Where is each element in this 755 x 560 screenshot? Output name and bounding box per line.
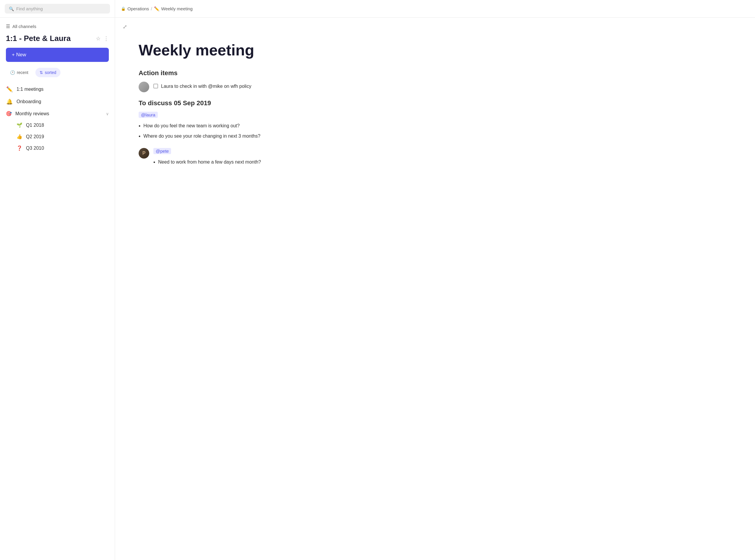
sidebar-nav: ✏️ 1:1 meetings 🔔 Onboarding 🎯 Monthly r… xyxy=(0,83,115,160)
pete-bullet-list: • Need to work from home a few days next… xyxy=(153,158,357,167)
search-placeholder: Find anything xyxy=(16,6,43,11)
all-channels[interactable]: ☰ All channels xyxy=(0,24,115,34)
laura-subsection: @laura • How do you feel the new team is… xyxy=(139,112,357,141)
star-icon[interactable]: ☆ xyxy=(96,35,101,42)
filter-sorted-label: sorted xyxy=(45,70,56,75)
laura-mention[interactable]: @laura xyxy=(139,112,158,118)
nav-item-monthly-reviews-label: Monthly reviews xyxy=(15,111,49,116)
nav-item-11-meetings[interactable]: ✏️ 1:1 meetings xyxy=(0,83,115,96)
bullet-dot-2: • xyxy=(139,132,140,141)
action-items-section: Action items Laura to check in with @mik… xyxy=(139,69,357,92)
pete-bullet-1-text: Need to work from home a few days next m… xyxy=(158,158,261,166)
sidebar: ☰ All channels 1:1 - Pete & Laura ☆ ⋮ + … xyxy=(0,18,115,560)
breadcrumb-separator: / xyxy=(151,6,152,11)
filter-sorted-button[interactable]: ⇅ sorted xyxy=(35,68,60,77)
user-avatar-laura xyxy=(139,82,149,92)
search-box[interactable]: 🔍 Find anything xyxy=(5,4,110,14)
question-emoji: ❓ xyxy=(17,145,22,151)
laura-bullet-1: • How do you feel the new team is workin… xyxy=(139,122,357,131)
channel-title-icons: ☆ ⋮ xyxy=(96,35,109,42)
channel-title: 1:1 - Pete & Laura xyxy=(6,34,71,43)
nav-sub-item-q2-2019[interactable]: 👍 Q2 2019 xyxy=(0,131,115,142)
clock-icon: 🕐 xyxy=(10,70,15,75)
nav-sub-item-q1-2018[interactable]: 🌱 Q1 2018 xyxy=(0,119,115,131)
bullet-dot-1: • xyxy=(139,122,140,131)
discuss-section: To discuss 05 Sep 2019 @laura • How do y… xyxy=(139,99,357,168)
thumbsup-emoji: 👍 xyxy=(17,134,22,139)
seedling-emoji: 🌱 xyxy=(17,122,22,128)
breadcrumb: 🔒 Operations / ✏️ Weekly meeting xyxy=(115,6,198,12)
laura-bullet-1-text: How do you feel the new team is working … xyxy=(143,122,239,130)
pencil-emoji: ✏️ xyxy=(6,86,13,93)
bullet-dot-pete-1: • xyxy=(153,158,155,167)
avatar-pete: P xyxy=(139,148,149,159)
nav-sub-item-q3-2010-label: Q3 2010 xyxy=(26,146,44,151)
breadcrumb-doc[interactable]: Weekly meeting xyxy=(161,6,193,11)
nav-sub-item-q2-2019-label: Q2 2019 xyxy=(26,134,44,139)
checkbox-text: Laura to check in with @mike on wfh poli… xyxy=(153,83,251,90)
content-toolbar: ⤢ xyxy=(115,18,755,36)
checkbox[interactable] xyxy=(153,84,158,88)
filter-recent-button[interactable]: 🕐 recent xyxy=(6,68,33,77)
more-icon[interactable]: ⋮ xyxy=(103,35,109,42)
action-item-text: Laura to check in with @mike on wfh poli… xyxy=(161,83,251,90)
expand-icon[interactable]: ⤢ xyxy=(121,22,129,32)
new-button[interactable]: + New xyxy=(6,48,109,62)
action-items-heading: Action items xyxy=(139,69,357,77)
lock-icon: 🔒 xyxy=(121,6,125,11)
search-icon: 🔍 xyxy=(9,6,14,11)
nav-item-onboarding[interactable]: 🔔 Onboarding xyxy=(0,96,115,108)
nav-item-monthly-reviews[interactable]: 🎯 Monthly reviews ∨ xyxy=(0,108,115,119)
breadcrumb-doc-emoji: ✏️ xyxy=(154,6,159,12)
avatar-placeholder xyxy=(139,82,149,92)
doc-content: Weekly meeting Action items Laura to che… xyxy=(115,36,381,188)
main-layout: ☰ All channels 1:1 - Pete & Laura ☆ ⋮ + … xyxy=(0,18,755,560)
nav-item-11-meetings-label: 1:1 meetings xyxy=(17,87,44,92)
chevron-down-icon: ∨ xyxy=(106,112,109,116)
sort-icon: ⇅ xyxy=(40,70,43,75)
nav-item-onboarding-label: Onboarding xyxy=(17,99,41,104)
user-avatar-pete: P xyxy=(139,148,149,159)
pete-bullet-1: • Need to work from home a few days next… xyxy=(153,158,357,167)
laura-bullet-2: • Where do you see your role changing in… xyxy=(139,132,357,141)
nav-item-monthly-reviews-left: 🎯 Monthly reviews xyxy=(6,111,49,116)
all-channels-label: All channels xyxy=(13,24,36,29)
search-area: 🔍 Find anything xyxy=(0,0,115,17)
pete-section: P @pete • Need to work from home a few d… xyxy=(139,148,357,168)
nav-sub-item-q1-2018-label: Q1 2018 xyxy=(26,123,44,128)
filter-row: 🕐 recent ⇅ sorted xyxy=(0,68,115,83)
laura-bullet-2-text: Where do you see your role changing in n… xyxy=(143,132,260,140)
target-emoji: 🎯 xyxy=(6,111,12,116)
doc-title: Weekly meeting xyxy=(139,42,357,59)
breadcrumb-workspace[interactable]: Operations xyxy=(128,6,149,11)
filter-recent-label: recent xyxy=(17,70,28,75)
action-item-row: Laura to check in with @mike on wfh poli… xyxy=(139,82,357,92)
content-area: ⤢ Weekly meeting Action items Laura to c… xyxy=(115,18,755,560)
bell-emoji: 🔔 xyxy=(6,98,13,105)
hamburger-icon: ☰ xyxy=(6,24,10,29)
nav-sub-item-q3-2010[interactable]: ❓ Q3 2010 xyxy=(0,142,115,154)
laura-bullet-list: • How do you feel the new team is workin… xyxy=(139,122,357,141)
pete-content: @pete • Need to work from home a few day… xyxy=(153,148,357,168)
pete-mention[interactable]: @pete xyxy=(153,148,171,154)
channel-title-area: 1:1 - Pete & Laura ☆ ⋮ xyxy=(0,34,115,48)
discuss-heading: To discuss 05 Sep 2019 xyxy=(139,99,357,107)
top-bar: 🔍 Find anything 🔒 Operations / ✏️ Weekly… xyxy=(0,0,755,18)
